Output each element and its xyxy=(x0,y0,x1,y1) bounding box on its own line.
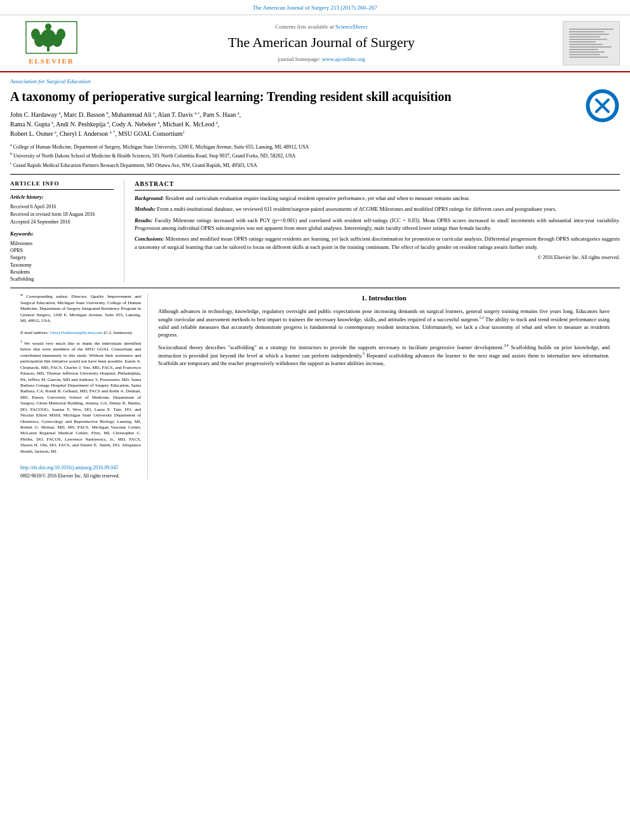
keyword-oprs: OPRS xyxy=(10,247,114,254)
introduction-column: 1. Introduction Although advances in tec… xyxy=(147,293,610,479)
section-label: Association for Surgical Education xyxy=(10,77,620,86)
section-divider xyxy=(10,288,620,288)
elsevier-wordmark: ELSEVIER xyxy=(29,57,74,66)
sciencedirect-link[interactable]: ScienceDirect xyxy=(335,23,367,30)
intro-heading: 1. Introduction xyxy=(158,293,610,303)
journal-homepage-line: journal homepage: www.ajconline.org xyxy=(93,55,550,63)
elsevier-logo-area: ELSEVIER xyxy=(10,20,93,66)
consortium-footnote: 1 We would very much like to thank the i… xyxy=(20,340,141,455)
article-info-heading: Article Info xyxy=(10,180,114,190)
footnotes-column: * Corresponding author. Director, Qualit… xyxy=(20,293,147,479)
abstract-conclusions: Conclusions: Milestones and modified mea… xyxy=(135,235,620,251)
journal-thumbnail-area xyxy=(550,21,620,65)
authors-line: John C. Hardaway a, Marc D. Basson b, Mu… xyxy=(10,110,620,138)
keyword-residents: Residents xyxy=(10,269,114,276)
svg-point-4 xyxy=(31,29,40,40)
doi-link[interactable]: http://dx.doi.org/10.1016/j.amjsurg.2016… xyxy=(20,465,118,470)
journal-cover-thumbnail xyxy=(563,21,620,65)
copyright-line: © 2016 Elsevier Inc. All rights reserved… xyxy=(135,254,620,261)
doi-issn-block: http://dx.doi.org/10.1016/j.amjsurg.2016… xyxy=(20,465,141,479)
keyword-scaffolding: Scaffolding xyxy=(10,276,114,283)
bottom-section: * Corresponding author. Director, Qualit… xyxy=(10,293,620,479)
journal-citation: The American Journal of Surgery 213 (201… xyxy=(253,4,377,11)
corresponding-author-footnote: * Corresponding author. Director, Qualit… xyxy=(20,293,141,336)
keyword-surgery: Surgery xyxy=(10,254,114,261)
journal-header: ELSEVIER Contents lists available at Sci… xyxy=(0,15,630,72)
main-content-area: Association for Surgical Education A tax… xyxy=(0,77,630,479)
abstract-methods: Methods: From a multi-institutional data… xyxy=(135,205,620,213)
crossmark-badge[interactable] xyxy=(585,88,620,123)
abstract-results: Results: Faculty Milestone ratings incre… xyxy=(135,217,620,232)
crossmark-icon xyxy=(585,88,620,123)
journal-citation-bar: The American Journal of Surgery 213 (201… xyxy=(0,0,630,15)
received-revised-date: Received in revised form 18 August 2016 xyxy=(10,211,114,218)
abstract-heading: Abstract xyxy=(135,180,620,190)
methods-label: Methods: xyxy=(135,206,157,212)
received-date: Received 6 April 2016 xyxy=(10,203,114,210)
results-label: Results: xyxy=(135,217,155,223)
contents-line: Contents lists available at ScienceDirec… xyxy=(93,23,550,31)
elsevier-tree-icon xyxy=(23,20,80,55)
journal-name: The American Journal of Surgery xyxy=(93,33,550,53)
abstract-background: Background: Resident and curriculum eval… xyxy=(135,194,620,202)
background-label: Background: xyxy=(135,195,165,201)
article-info-column: Article Info Article history: Received 6… xyxy=(10,180,124,283)
keyword-milestones: Milestones xyxy=(10,240,114,247)
intro-paragraph-1: Although advances in technology, knowled… xyxy=(158,307,610,339)
journal-title-area: Contents lists available at ScienceDirec… xyxy=(93,23,550,63)
article-info-abstract-section: Article Info Article history: Received 6… xyxy=(10,174,620,283)
conclusions-label: Conclusions: xyxy=(135,236,166,242)
abstract-column: Abstract Background: Resident and curric… xyxy=(135,180,620,283)
svg-point-5 xyxy=(57,29,65,40)
svg-point-6 xyxy=(45,23,51,30)
accepted-date: Accepted 24 September 2016 xyxy=(10,218,114,225)
article-history-label: Article history: xyxy=(10,194,114,201)
article-title: A taxonomy of perioperative surgical lea… xyxy=(10,88,620,105)
keywords-section: Keywords: Milestones OPRS Surgery Taxono… xyxy=(10,230,114,283)
email-link[interactable]: CherylAnderson@ht.msu.edu xyxy=(50,330,102,335)
intro-paragraph-2: Sociocultural theory describes "scaffold… xyxy=(158,343,610,368)
journal-url[interactable]: www.ajconline.org xyxy=(322,56,365,62)
affiliations-block: a College of Human Medicine, Department … xyxy=(10,142,620,170)
keyword-taxonomy: Taxonomy xyxy=(10,262,114,269)
issn-line: 0002-9610/© 2016 Elsevier Inc. All right… xyxy=(20,473,141,479)
keywords-label: Keywords: xyxy=(10,230,114,238)
